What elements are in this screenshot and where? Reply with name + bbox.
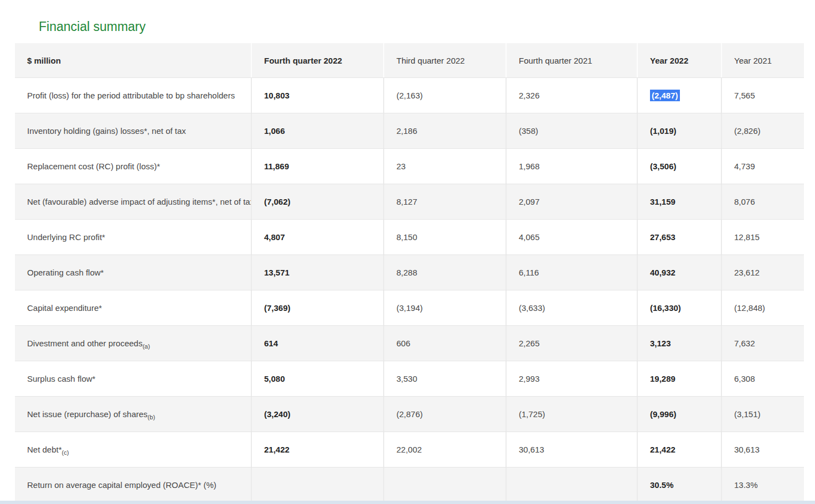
- table-row: Operating cash flow* 13,571 8,288 6,116 …: [15, 254, 804, 290]
- table-cell: 5,080: [251, 361, 383, 396]
- cell-value: 21,422: [650, 445, 675, 454]
- table-cell: (12,848): [721, 290, 804, 325]
- row-label: Operating cash flow*: [27, 268, 104, 277]
- cell-value: 30,613: [519, 445, 544, 454]
- table-cell: 3,530: [383, 361, 505, 396]
- cell-value: 4,065: [519, 232, 540, 242]
- table-cell: (9,996): [637, 397, 721, 432]
- table-cell: 11,869: [251, 149, 383, 184]
- column-header-q4-2021: Fourth quarter 2021: [505, 43, 637, 77]
- table-cell: 13.3%: [721, 467, 804, 502]
- cell-value: 1,066: [264, 126, 285, 136]
- cell-value: 4,739: [734, 162, 755, 171]
- cell-value: 3,530: [396, 374, 417, 383]
- cell-value: 27,653: [650, 232, 675, 242]
- row-label: Net issue (repurchase) of shares: [27, 409, 148, 419]
- cell-value: 2,265: [519, 339, 540, 348]
- row-label-cell: Operating cash flow*: [15, 255, 251, 290]
- table-header-row: $ million Fourth quarter 2022 Third quar…: [15, 43, 804, 77]
- row-label-cell: Profit (loss) for the period attributabl…: [15, 78, 251, 113]
- table-cell: 1,968: [505, 149, 637, 184]
- cell-value: 2,186: [396, 126, 417, 136]
- table-cell: (7,062): [251, 184, 383, 219]
- table-cell: 23: [383, 149, 505, 184]
- cell-value: 31,159: [650, 197, 675, 206]
- column-header-q3-2022: Third quarter 2022: [383, 43, 505, 77]
- cell-value: 5,080: [264, 374, 285, 383]
- cell-value: 10,803: [264, 91, 290, 100]
- cell-value: 12,815: [734, 232, 760, 242]
- table-cell: 19,289: [637, 361, 721, 396]
- table-row: Net debt*(c) 21,422 22,002 30,613 21,422…: [15, 432, 804, 467]
- table-cell: (2,163): [383, 78, 505, 113]
- table-cell: (3,506): [637, 149, 721, 184]
- cell-value: 2,097: [519, 197, 540, 206]
- cell-value: 30,613: [734, 445, 760, 454]
- cell-value: 21,422: [264, 445, 290, 454]
- cell-value: 606: [396, 339, 410, 348]
- cell-value: 22,002: [396, 445, 422, 454]
- cell-value: 11,869: [264, 162, 289, 171]
- row-label-footnote: (a): [142, 343, 149, 350]
- table-cell: 606: [383, 326, 505, 361]
- cell-value: 2,326: [519, 91, 540, 100]
- table-cell: 30,613: [721, 432, 804, 467]
- cell-value: 3,123: [650, 339, 671, 348]
- cell-value: (2,826): [734, 126, 761, 136]
- table-cell: 8,150: [383, 220, 505, 254]
- cell-value: (16,330): [650, 303, 681, 313]
- table-cell: (3,240): [251, 397, 383, 432]
- table-cell: 8,127: [383, 184, 505, 219]
- row-label-cell: Divestment and other proceeds(a): [15, 326, 251, 361]
- column-header-year-2022: Year 2022: [637, 43, 721, 77]
- cell-value: 13,571: [264, 268, 290, 277]
- table-cell: 22,002: [383, 432, 505, 467]
- table-body: Profit (loss) for the period attributabl…: [15, 77, 804, 502]
- cell-value: (1,725): [519, 409, 545, 419]
- table-row: Underlying RC profit* 4,807 8,150 4,065 …: [15, 219, 804, 254]
- table-cell: (2,487): [637, 78, 721, 113]
- cell-value: 40,932: [650, 268, 675, 277]
- table-row: Return on average capital employed (ROAC…: [15, 467, 804, 502]
- table-cell: (3,633): [505, 290, 637, 325]
- row-label: Inventory holding (gains) losses*, net o…: [27, 126, 186, 136]
- cell-value: 6,308: [734, 374, 755, 383]
- table-cell: 6,308: [721, 361, 804, 396]
- cell-value: (12,848): [734, 303, 765, 313]
- row-label-cell: Net issue (repurchase) of shares(b): [15, 397, 251, 432]
- table-cell: (358): [505, 113, 637, 148]
- table-cell: (16,330): [637, 290, 721, 325]
- cell-value: (3,194): [396, 303, 423, 313]
- table-row: Net (favourable) adverse impact of adjus…: [15, 184, 804, 219]
- table-cell: 12,815: [721, 220, 804, 254]
- horizontal-scrollbar-track[interactable]: [0, 501, 815, 504]
- table-cell: 8,076: [721, 184, 804, 219]
- column-header-q4-2022: Fourth quarter 2022: [251, 43, 383, 77]
- table-cell: [505, 467, 637, 502]
- table-cell: 8,288: [383, 255, 505, 290]
- table-cell: 4,065: [505, 220, 637, 254]
- table-row: Divestment and other proceeds(a) 614 606…: [15, 325, 804, 361]
- table-cell: (1,019): [637, 113, 721, 148]
- table-cell: 13,571: [251, 255, 383, 290]
- cell-value: (3,633): [519, 303, 545, 313]
- table-cell: 3,123: [637, 326, 721, 361]
- table-row: Net issue (repurchase) of shares(b) (3,2…: [15, 396, 804, 432]
- financial-summary-table: $ million Fourth quarter 2022 Third quar…: [15, 43, 804, 502]
- cell-value: 8,150: [396, 232, 417, 242]
- table-cell: (3,151): [721, 397, 804, 432]
- cell-value: (7,369): [264, 303, 291, 313]
- table-cell: (3,194): [383, 290, 505, 325]
- cell-value: 8,288: [396, 268, 417, 277]
- table-cell: (1,725): [505, 397, 637, 432]
- table-row: Surplus cash flow* 5,080 3,530 2,993 19,…: [15, 361, 804, 396]
- selected-cell-value[interactable]: (2,487): [650, 90, 680, 101]
- cell-value: (358): [519, 126, 538, 136]
- cell-value: 1,968: [519, 162, 540, 171]
- cell-value: (3,506): [650, 162, 677, 171]
- cell-value: 8,076: [734, 197, 755, 206]
- row-label: Underlying RC profit*: [27, 232, 105, 242]
- table-row: Replacement cost (RC) profit (loss)* 11,…: [15, 148, 804, 184]
- row-label-cell: Net debt*(c): [15, 432, 251, 467]
- row-label: Replacement cost (RC) profit (loss)*: [27, 162, 160, 171]
